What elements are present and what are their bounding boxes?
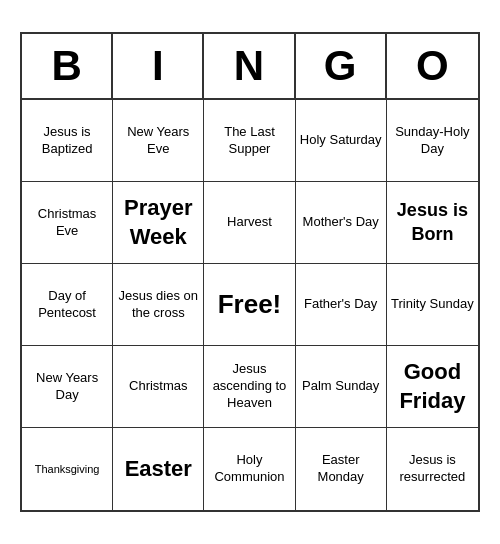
- bingo-cell: Jesus is Born: [387, 182, 478, 264]
- bingo-letter: G: [296, 34, 387, 98]
- bingo-cell: Holy Communion: [204, 428, 295, 510]
- bingo-cell: Good Friday: [387, 346, 478, 428]
- bingo-card: BINGO Jesus is BaptizedNew Years EveThe …: [20, 32, 480, 512]
- bingo-cell: Jesus ascending to Heaven: [204, 346, 295, 428]
- bingo-cell: Jesus dies on the cross: [113, 264, 204, 346]
- bingo-cell: Trinity Sunday: [387, 264, 478, 346]
- bingo-grid: Jesus is BaptizedNew Years EveThe Last S…: [22, 100, 478, 510]
- bingo-cell: The Last Supper: [204, 100, 295, 182]
- bingo-cell: Harvest: [204, 182, 295, 264]
- bingo-letter: I: [113, 34, 204, 98]
- bingo-letter: O: [387, 34, 478, 98]
- bingo-header: BINGO: [22, 34, 478, 100]
- bingo-cell: Jesus is Baptized: [22, 100, 113, 182]
- bingo-cell: Father's Day: [296, 264, 387, 346]
- bingo-cell: Holy Saturday: [296, 100, 387, 182]
- bingo-cell: Jesus is resurrected: [387, 428, 478, 510]
- bingo-cell: Easter: [113, 428, 204, 510]
- bingo-cell: Sunday-Holy Day: [387, 100, 478, 182]
- bingo-cell: Free!: [204, 264, 295, 346]
- bingo-letter: N: [204, 34, 295, 98]
- bingo-cell: New Years Eve: [113, 100, 204, 182]
- bingo-cell: New Years Day: [22, 346, 113, 428]
- bingo-cell: Palm Sunday: [296, 346, 387, 428]
- bingo-cell: Easter Monday: [296, 428, 387, 510]
- bingo-cell: Thanksgiving: [22, 428, 113, 510]
- bingo-cell: Day of Pentecost: [22, 264, 113, 346]
- bingo-cell: Christmas Eve: [22, 182, 113, 264]
- bingo-cell: Christmas: [113, 346, 204, 428]
- bingo-cell: Prayer Week: [113, 182, 204, 264]
- bingo-letter: B: [22, 34, 113, 98]
- bingo-cell: Mother's Day: [296, 182, 387, 264]
